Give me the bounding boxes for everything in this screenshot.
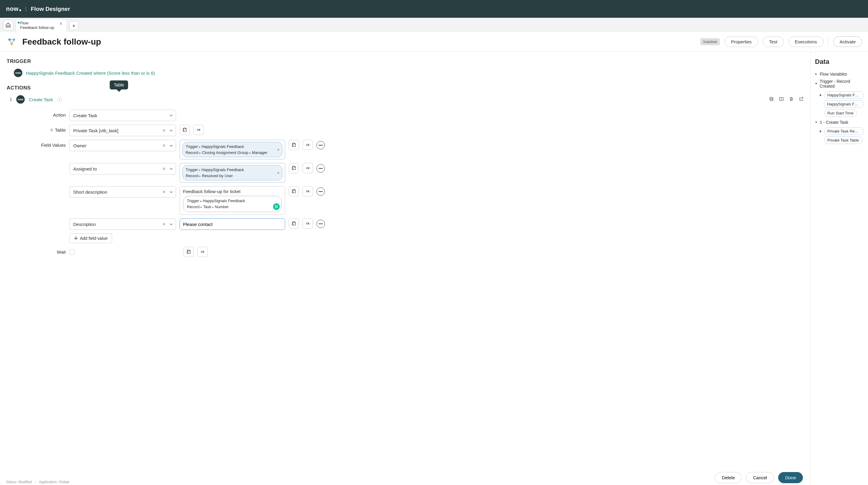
value-short-desc[interactable]: Feedback follow-up for ticket Trigger▸Ha…: [180, 186, 285, 215]
now-badge-icon: now: [14, 69, 22, 77]
remove-row-button[interactable]: [316, 141, 325, 150]
data-panel-title: Data: [815, 58, 864, 66]
data-pill-picker-icon[interactable]: [303, 163, 313, 173]
svg-rect-6: [318, 145, 323, 146]
nav-separator: |: [25, 6, 27, 12]
tab-shelf: Flow Feedback follow-up × ＋: [0, 18, 868, 32]
script-icon[interactable]: [289, 140, 299, 150]
data-pill-item[interactable]: Private Task Table: [824, 136, 862, 144]
svg-point-2: [10, 43, 13, 45]
data-pill[interactable]: Trigger▸HappySignals Feedback Record▸Res…: [182, 165, 282, 181]
chevron-down-icon: [170, 166, 173, 171]
data-pill-item[interactable]: HappySignals Feedba: [824, 100, 864, 108]
short-desc-text: Feedback follow-up for ticket: [183, 189, 282, 194]
field-select-assigned-to[interactable]: Assigned to ×: [69, 163, 176, 174]
grammarly-icon: G: [273, 203, 280, 210]
footer-buttons: Delete Cancel Done: [715, 472, 803, 483]
wait-checkbox[interactable]: [69, 250, 75, 255]
header-divider: [828, 38, 829, 46]
chevron-down-icon: [170, 143, 173, 148]
remove-row-button[interactable]: [316, 187, 325, 196]
script-icon[interactable]: [289, 218, 299, 229]
brand-logo: now: [6, 5, 21, 12]
data-pill[interactable]: Trigger▸HappySignals Feedback Record▸Tas…: [183, 196, 282, 212]
product-name: Flow Designer: [31, 6, 70, 12]
label-table: ✳Table: [33, 125, 66, 133]
info-icon[interactable]: i: [57, 97, 62, 102]
svg-point-0: [8, 38, 11, 41]
remove-pill-icon[interactable]: ×: [277, 169, 280, 176]
script-icon[interactable]: [289, 163, 299, 173]
status-line: Status: Modified|Application: Global: [6, 479, 69, 485]
status-badge: Inactive: [701, 38, 720, 45]
field-select-owner[interactable]: Owner ×: [69, 140, 176, 151]
data-panel: Data Flow Variables Trigger - Record Cre…: [811, 52, 868, 485]
tab-flow[interactable]: Flow Feedback follow-up ×: [16, 19, 67, 32]
tree-create-task[interactable]: 1 - Create Task: [815, 119, 864, 126]
clear-icon[interactable]: ×: [162, 166, 165, 172]
data-pill-picker-icon[interactable]: [197, 247, 208, 257]
field-select-short-desc[interactable]: Short description ×: [69, 186, 176, 198]
data-pill-picker-icon[interactable]: [303, 186, 313, 196]
script-icon[interactable]: [289, 186, 299, 196]
data-pill-item[interactable]: Private Task Record: [824, 127, 864, 135]
value-owner[interactable]: Trigger▸HappySignals Feedback Record▸Clo…: [180, 140, 285, 159]
tab-type: Flow: [20, 21, 54, 26]
open-icon[interactable]: [799, 96, 804, 102]
svg-rect-9: [318, 224, 323, 224]
action-toolbar: [769, 96, 804, 102]
add-field-value-button[interactable]: Add field value: [69, 233, 112, 243]
step-index: 1: [8, 97, 12, 102]
description-text-input[interactable]: [183, 222, 282, 227]
chevron-down-icon: [170, 222, 173, 227]
tree-trigger[interactable]: Trigger - Record Created: [815, 78, 864, 90]
action-select[interactable]: Create Task: [69, 110, 176, 121]
copy-icon[interactable]: [769, 96, 774, 102]
data-pill-item[interactable]: Run Start Time: [824, 109, 857, 117]
page-header: Feedback follow-up Inactive Properties T…: [0, 32, 868, 52]
clear-icon[interactable]: ×: [162, 142, 165, 149]
label-action: Action: [33, 110, 66, 118]
test-button[interactable]: Test: [763, 36, 784, 47]
insert-icon[interactable]: [779, 96, 784, 102]
tree-flow-variables[interactable]: Flow Variables: [815, 70, 864, 78]
tab-title: Feedback follow-up: [20, 26, 54, 30]
action-name-link[interactable]: Create Task: [29, 97, 53, 102]
executions-button[interactable]: Executions: [788, 36, 823, 47]
svg-rect-8: [318, 191, 323, 192]
add-tab-button[interactable]: ＋: [69, 21, 79, 30]
chevron-down-icon: [170, 128, 173, 133]
trigger-summary[interactable]: HappySignals Feedback Created where (Sco…: [26, 70, 155, 75]
table-select[interactable]: Private Task [vtb_task] ×: [69, 125, 176, 136]
table-tooltip: Table: [110, 80, 128, 90]
script-icon[interactable]: [180, 125, 190, 135]
field-select-description[interactable]: Description ×: [69, 218, 176, 230]
delete-icon[interactable]: [789, 96, 794, 102]
cancel-button[interactable]: Cancel: [746, 472, 774, 483]
value-description-input[interactable]: [180, 218, 285, 230]
trigger-section-label: TRIGGER: [7, 59, 804, 64]
activate-button[interactable]: Activate: [833, 36, 862, 47]
clear-icon[interactable]: ×: [162, 221, 165, 227]
done-button[interactable]: Done: [778, 472, 803, 483]
data-pill-item[interactable]: HappySignals Feedba: [824, 91, 864, 99]
chevron-down-icon: [170, 113, 173, 118]
data-pill[interactable]: Trigger▸HappySignals Feedback Record▸Clo…: [182, 142, 282, 157]
clear-icon[interactable]: ×: [162, 189, 165, 195]
page-title: Feedback follow-up: [22, 37, 101, 47]
value-assigned-to[interactable]: Trigger▸HappySignals Feedback Record▸Res…: [180, 163, 285, 183]
delete-button[interactable]: Delete: [715, 472, 742, 483]
trigger-row[interactable]: now HappySignals Feedback Created where …: [14, 69, 804, 77]
properties-button[interactable]: Properties: [724, 36, 758, 47]
close-tab-icon[interactable]: ×: [58, 21, 64, 27]
home-button[interactable]: [3, 20, 13, 30]
clear-icon[interactable]: ×: [162, 127, 165, 134]
chevron-down-icon: [170, 190, 173, 195]
remove-row-button[interactable]: [316, 164, 325, 172]
script-icon[interactable]: [184, 247, 194, 257]
data-pill-picker-icon[interactable]: [193, 125, 204, 135]
data-pill-picker-icon[interactable]: [303, 140, 313, 150]
data-pill-picker-icon[interactable]: [303, 218, 313, 229]
remove-row-button[interactable]: [316, 220, 325, 228]
remove-pill-icon[interactable]: ×: [277, 146, 280, 153]
